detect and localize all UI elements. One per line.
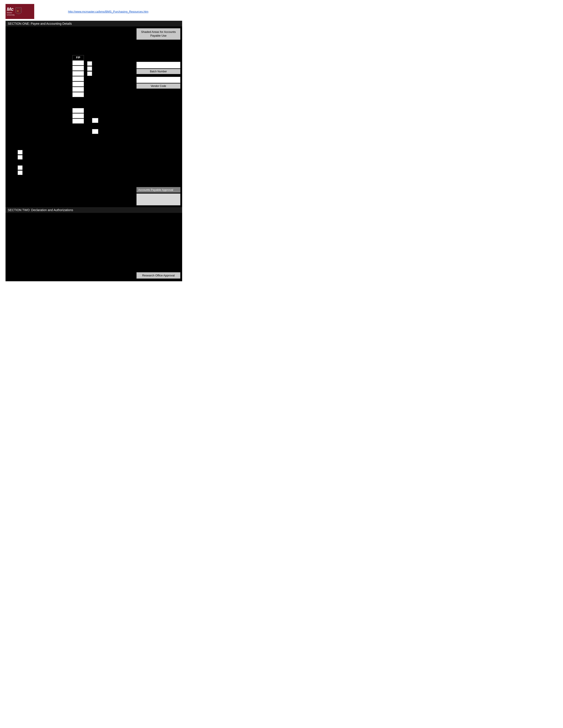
logo: Mc MasterUniversity M bbox=[6, 4, 34, 19]
section-one-right: Shaded Areas for Accounts Payable Use Ba… bbox=[135, 26, 182, 185]
section-two-right: Research Office Approval bbox=[135, 213, 182, 281]
section-two-header: SECTION TWO: Declaration and Authorizati… bbox=[6, 207, 182, 213]
ap-approval-left bbox=[6, 185, 135, 207]
fp-row-6[interactable] bbox=[72, 87, 84, 92]
isolated-box-1[interactable] bbox=[92, 118, 98, 123]
fp-column-lower bbox=[72, 108, 84, 124]
fp-column-upper: F/P bbox=[72, 55, 84, 98]
side-small-boxes-upper bbox=[87, 61, 92, 76]
url-area: http://www.mcmaster.ca/bms/BMS_Purchasin… bbox=[34, 10, 182, 13]
fp-row-5[interactable] bbox=[72, 82, 84, 86]
batch-number-input[interactable] bbox=[136, 62, 180, 68]
section-two-left bbox=[6, 213, 135, 281]
header: Mc MasterUniversity M http://www.mcmaste… bbox=[6, 4, 182, 19]
checkbox-group-2 bbox=[18, 165, 23, 175]
section-one-body: F/P bbox=[6, 26, 182, 185]
fp-lower-row-2[interactable] bbox=[72, 113, 84, 118]
shaded-areas-label: Shaded Areas for Accounts Payable Use bbox=[136, 28, 180, 40]
ap-approval-section: Accounts Payable Approval bbox=[6, 185, 182, 207]
section-one-left: F/P bbox=[6, 26, 135, 185]
side-box-3[interactable] bbox=[87, 71, 92, 76]
checkbox-group-1 bbox=[18, 150, 23, 159]
fp-label: F/P bbox=[72, 55, 84, 60]
svg-text:M: M bbox=[17, 10, 19, 12]
section-two-body: Research Office Approval bbox=[6, 213, 182, 281]
vendor-code-label: Vendor Code bbox=[136, 83, 180, 89]
checkbox-2a[interactable] bbox=[18, 165, 23, 170]
fp-row-4[interactable] bbox=[72, 76, 84, 81]
research-office-label: Research Office Approval bbox=[136, 272, 180, 279]
checkbox-1a[interactable] bbox=[18, 150, 23, 154]
ap-approval-input[interactable] bbox=[136, 193, 180, 205]
page: Mc MasterUniversity M http://www.mcmaste… bbox=[0, 0, 188, 287]
checkbox-2b[interactable] bbox=[18, 171, 23, 175]
ap-approval-header: Accounts Payable Approval bbox=[136, 187, 180, 193]
fp-lower-row-1[interactable] bbox=[72, 108, 84, 113]
ap-approval-right: Accounts Payable Approval bbox=[135, 185, 182, 207]
section-one-title: SECTION ONE: Payee and Accounting Detail… bbox=[8, 22, 72, 25]
fp-row-2[interactable] bbox=[72, 66, 84, 71]
batch-number-label: Batch Number bbox=[136, 69, 180, 74]
fp-row-3[interactable] bbox=[72, 71, 84, 76]
fp-row-7[interactable] bbox=[72, 92, 84, 97]
logo-mc-text: Mc bbox=[7, 7, 15, 12]
fp-lower-row-3[interactable] bbox=[72, 119, 84, 124]
logo-shield-icon: M bbox=[15, 7, 22, 16]
logo-university-text: MasterUniversity bbox=[7, 12, 15, 16]
section-two-title: SECTION TWO: Declaration and Authorizati… bbox=[8, 208, 73, 212]
fp-row-1[interactable] bbox=[72, 60, 84, 65]
section-one-header: SECTION ONE: Payee and Accounting Detail… bbox=[6, 21, 182, 26]
url-link[interactable]: http://www.mcmaster.ca/bms/BMS_Purchasin… bbox=[68, 10, 148, 13]
vendor-code-input[interactable] bbox=[136, 77, 180, 83]
isolated-box-2[interactable] bbox=[92, 129, 98, 134]
side-box-1[interactable] bbox=[87, 61, 92, 66]
checkbox-1b[interactable] bbox=[18, 155, 23, 159]
side-box-2[interactable] bbox=[87, 66, 92, 71]
